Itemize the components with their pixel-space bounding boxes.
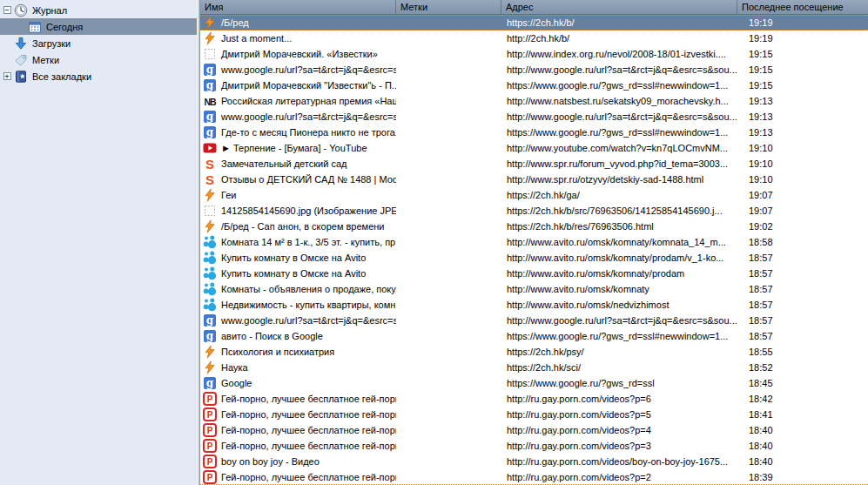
history-row[interactable]: gwww.google.ru/url?sa=t&rct=j&q=&esrc=s&… [200,109,868,125]
history-row[interactable]: gГде-то с месяц Пионера никто не трога..… [200,125,868,140]
history-item-title: Гей-порно, лучшее бесплатное гей-порн... [221,472,396,482]
tags-cell [396,375,501,391]
name-cell: PГей-порно, лучшее бесплатное гей-порн..… [200,407,396,422]
tags-cell [396,422,501,438]
tags-cell [396,46,501,62]
history-row[interactable]: 14125854145690.jpg (Изображение JPE...ht… [200,203,868,219]
history-item-title: Купить комнату в Омске на Avito [221,268,366,279]
tags-cell [396,250,501,266]
natsbest-icon: NB [203,94,217,108]
collapse-icon[interactable]: − [3,6,11,14]
history-item-title: Гей-порно, лучшее бесплатное гей-порн... [221,425,396,435]
name-cell: SОтзывы о ДЕТСКИЙ САД № 1488 | Мос... [200,172,396,187]
youtube-icon [203,141,217,155]
history-row[interactable]: gДмитрий Морачевский "Известки"ь - П...h… [200,77,868,93]
porn-com-icon: P [203,423,217,437]
history-item-title: Гей-порно, лучшее бесплатное гей-порн... [221,409,396,420]
svg-text:P: P [207,473,213,482]
spr-icon: S [203,172,217,186]
last-visit-cell: 19:07 [737,187,868,203]
history-row[interactable]: Купить комнату в Омске на Avitohttp://ww… [200,266,868,281]
svg-text:P: P [207,441,213,451]
history-row[interactable]: Купить комнату в Омске на Avitohttp://ww… [200,250,868,266]
url-cell: https://www.google.ru/?gws_rd=ssl#newwin… [501,125,737,140]
history-row[interactable]: PГей-порно, лучшее бесплатное гей-порн..… [200,391,868,407]
history-row[interactable]: SЗамечательный детский садhttp://www.spr… [200,156,868,172]
history-item-title: www.google.ru/url?sa=t&rct=j&q=&esrc=s&.… [221,315,396,326]
history-row[interactable]: Геиhttps://2ch.hk/ga/19:07 [200,187,868,203]
2ch-lightning-icon [203,16,217,30]
column-header-address[interactable]: Адрес [501,0,737,14]
column-header-last-visit[interactable]: Последнее посещение [737,0,868,14]
tags-cell [396,454,501,469]
last-visit-cell: 18:57 [737,266,868,281]
last-visit-cell: 19:02 [737,219,868,234]
svg-text:g: g [206,64,214,76]
url-cell: https://2ch.hk/b/res/76963506.html [501,219,737,234]
sidebar-item-label: Сегодня [46,21,86,33]
url-cell: http://www.google.ru/url?sa=t&rct=j&q=&e… [501,313,737,328]
sidebar-item-journal[interactable]: −Журнал [0,2,197,18]
history-row[interactable]: PГей-порно, лучшее бесплатное гей-порн..… [200,438,868,454]
history-row[interactable]: PГей-порно, лучшее бесплатное гей-порн..… [200,422,868,438]
sidebar-item-tags[interactable]: Метки [0,51,197,68]
avito-icon [203,298,217,312]
history-item-title: Наука [221,362,248,373]
history-row[interactable]: Комнаты - объявления о продаже, поку...h… [200,281,868,297]
column-header-name[interactable]: Имя [200,0,396,14]
2ch-lightning-icon [203,31,217,45]
url-cell: https://2ch.hk/psy/ [501,344,737,360]
history-row[interactable]: gwww.google.ru/url?sa=t&rct=j&q=&esrc=s&… [200,313,868,328]
name-cell: PГей-порно, лучшее бесплатное гей-порн..… [200,422,396,438]
history-item-title: Гей-порно, лучшее бесплатное гей-порн... [221,441,396,451]
google-icon: g [203,125,217,139]
history-item-title: Где-то с месяц Пионера никто не трога... [221,127,396,138]
history-row[interactable]: NBРоссийская литературная премия «Нац...… [200,93,868,109]
url-cell: http://www.avito.ru/omsk/komnaty/prodam/… [501,250,737,266]
name-cell: /Б/ред - Сап анон, в скорем времени [200,219,396,234]
history-item-title: Российская литературная премия «Нац... [221,96,396,106]
expand-icon[interactable]: + [3,72,11,80]
name-cell: gwww.google.ru/url?sa=t&rct=j&q=&esrc=s&… [200,62,396,77]
history-row[interactable]: Pboy on boy joy - Видеоhttp://ru.gay.por… [200,454,868,469]
url-cell: https://2ch.hk/ga/ [501,187,737,203]
history-row[interactable]: SОтзывы о ДЕТСКИЙ САД № 1488 | Мос...htt… [200,172,868,187]
history-row[interactable]: PГей-порно, лучшее бесплатное гей-порн..… [200,469,868,485]
tags-cell [396,16,501,30]
sidebar-item-all-bookmarks[interactable]: +Все закладки [0,68,197,84]
history-row[interactable]: PГей-порно, лучшее бесплатное гей-порн..… [200,407,868,422]
2ch-lightning-icon [203,360,217,374]
history-row[interactable]: /Б/редhttps://2ch.hk/b/19:19 [200,15,868,30]
history-row[interactable]: gGooglehttps://www.google.ru/?gws_rd=ssl… [200,375,868,391]
history-row[interactable]: Психология и психиатрияhttps://2ch.hk/ps… [200,344,868,360]
google-icon: g [203,329,217,343]
url-cell: http://www.avito.ru/omsk/nedvizhimost [501,297,737,313]
tags-cell [396,219,501,234]
url-cell: http://ru.gay.porn.com/videos?p=3 [501,438,737,454]
sidebar-item-today[interactable]: Сегодня [0,18,197,35]
history-item-title: Недвижимость - купить квартиры, комн... [221,300,396,310]
history-row[interactable]: Наукаhttps://2ch.hk/sci/18:52 [200,360,868,375]
blank-page-icon [203,204,217,218]
url-cell: http://www.natsbest.ru/sekatsky09_morach… [501,93,737,109]
sidebar-item-downloads[interactable]: Загрузки [0,35,197,51]
history-row[interactable]: ► Терпение - [Бумага] - YouTubehttp://ww… [200,140,868,156]
tags-cell [396,344,501,360]
url-cell: https://2ch.hk/sci/ [501,360,737,375]
svg-text:S: S [205,157,214,171]
history-row[interactable]: Недвижимость - купить квартиры, комн...h… [200,297,868,313]
history-row[interactable]: Just a moment...http://2ch.hk/b/19:19 [200,30,868,46]
tags-cell [396,156,501,172]
history-row[interactable]: gwww.google.ru/url?sa=t&rct=j&q=&esrc=s&… [200,62,868,77]
tags-cell [396,313,501,328]
history-row[interactable]: gавито - Поиск в Googlehttps://www.googl… [200,328,868,344]
history-row[interactable]: Дмитрий Морачевский. «Известки»http://ww… [200,46,868,62]
last-visit-cell: 18:55 [737,344,868,360]
history-row[interactable]: Комната 14 м² в 1-к., 3/5 эт. - купить, … [200,234,868,250]
sidebar-item-label: Загрузки [32,37,74,50]
column-header-tags[interactable]: Метки [396,0,501,14]
last-visit-cell: 18:40 [737,422,868,438]
history-row[interactable]: /Б/ред - Сап анон, в скорем времениhttps… [200,219,868,234]
tags-cell [396,93,501,109]
name-cell: PГей-порно, лучшее бесплатное гей-порн..… [200,438,396,454]
